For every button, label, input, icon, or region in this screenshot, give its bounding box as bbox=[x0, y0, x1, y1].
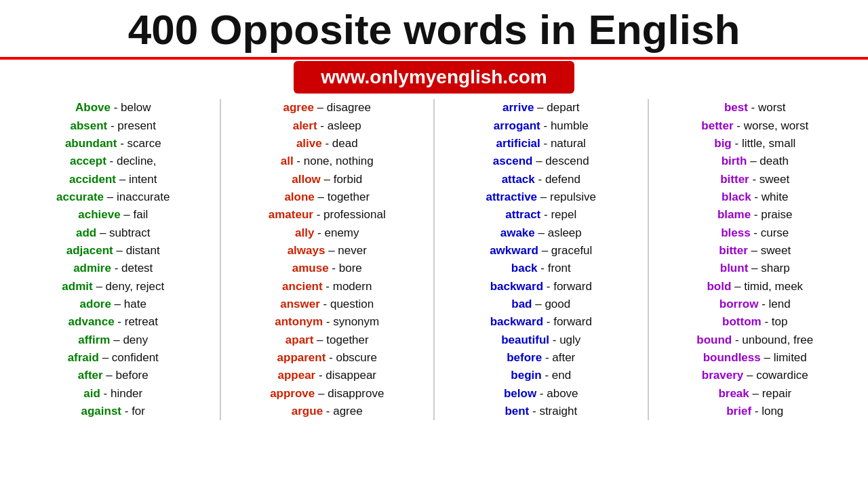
word-value: dead bbox=[332, 137, 358, 150]
word-pair: alone – together bbox=[225, 188, 430, 206]
word-key: bitter bbox=[719, 244, 748, 257]
word-key: blunt bbox=[720, 262, 749, 274]
word-pair: appear - disappear bbox=[225, 367, 430, 384]
word-pair: boundless – limited bbox=[653, 349, 858, 367]
word-pair: blunt – sharp bbox=[653, 260, 858, 277]
word-separator: - bbox=[111, 101, 121, 114]
word-pair: affirm – deny bbox=[11, 331, 216, 349]
word-pair: admire - detest bbox=[11, 260, 216, 277]
word-key: best bbox=[724, 101, 748, 114]
word-pair: apart – together bbox=[225, 331, 430, 349]
word-separator: – bbox=[121, 208, 134, 221]
word-value: sweet bbox=[760, 173, 789, 186]
word-key: arrogant bbox=[494, 119, 540, 132]
word-key: all bbox=[281, 155, 294, 167]
word-value: fail bbox=[134, 208, 149, 221]
word-separator: – bbox=[111, 298, 124, 310]
word-value: sweet bbox=[761, 244, 791, 257]
word-pair: best - worst bbox=[653, 99, 858, 117]
word-value: distant bbox=[126, 244, 160, 257]
word-key: admit bbox=[62, 280, 92, 293]
word-separator: – bbox=[761, 351, 774, 364]
column-4: best - worstbetter - worse, worstbig - l… bbox=[649, 99, 862, 420]
column-2: agree – disagreealert - asleepalive - de… bbox=[221, 99, 435, 420]
word-pair: admit – deny, reject bbox=[11, 278, 216, 296]
word-pair: argue - agree bbox=[225, 403, 430, 420]
word-key: birth bbox=[722, 155, 747, 167]
word-key: beautiful bbox=[501, 333, 549, 346]
url-banner: www.onlymyenglish.com bbox=[294, 61, 574, 94]
word-key: awake bbox=[500, 226, 535, 239]
word-value: disappear bbox=[326, 369, 376, 382]
word-pair: big - little, small bbox=[653, 135, 858, 152]
url-text: www.onlymyenglish.com bbox=[321, 66, 547, 87]
word-pair: afraid – confident bbox=[11, 349, 216, 367]
word-value: decline, bbox=[117, 155, 157, 167]
word-key: approve bbox=[270, 387, 315, 400]
word-value: below bbox=[121, 101, 151, 114]
word-value: enemy bbox=[324, 226, 359, 239]
word-pair: all - none, nothing bbox=[225, 152, 430, 170]
word-pair: artificial - natural bbox=[439, 135, 644, 152]
word-value: obscure bbox=[336, 351, 376, 364]
word-key: aid bbox=[83, 387, 100, 400]
word-value: unbound, free bbox=[742, 333, 813, 346]
word-key: appear bbox=[277, 369, 315, 382]
word-key: accept bbox=[70, 155, 106, 167]
word-separator: - bbox=[106, 155, 117, 167]
word-separator: – bbox=[103, 369, 116, 382]
word-value: inaccurate bbox=[117, 190, 170, 203]
word-separator: - bbox=[314, 226, 324, 239]
word-separator: - bbox=[107, 119, 117, 132]
word-key: ancient bbox=[282, 280, 323, 293]
word-value: question bbox=[330, 298, 374, 310]
word-value: lend bbox=[769, 298, 791, 310]
word-separator: - bbox=[732, 333, 742, 346]
word-pair: after – before bbox=[11, 367, 216, 384]
word-separator: - bbox=[542, 369, 552, 382]
word-separator: - bbox=[535, 173, 545, 186]
word-value: front bbox=[548, 262, 571, 274]
word-value: synonym bbox=[333, 315, 379, 328]
word-value: natural bbox=[551, 137, 586, 150]
word-key: alive bbox=[296, 137, 322, 150]
word-pair: black - white bbox=[653, 188, 858, 206]
word-pair: before - after bbox=[439, 349, 644, 367]
word-pair: antonym - synonym bbox=[225, 313, 430, 331]
word-pair: backward - forward bbox=[439, 313, 644, 331]
word-separator: - bbox=[111, 262, 121, 274]
word-pair: against - for bbox=[11, 403, 216, 420]
word-separator: - bbox=[320, 298, 330, 310]
word-pair: alive - dead bbox=[225, 135, 430, 152]
word-key: always bbox=[288, 244, 326, 257]
word-pair: ally - enemy bbox=[225, 224, 430, 242]
word-separator: - bbox=[540, 119, 551, 132]
word-value: subtract bbox=[109, 226, 150, 239]
word-key: break bbox=[718, 387, 749, 400]
word-value: disapprove bbox=[328, 387, 384, 400]
word-separator: - bbox=[529, 405, 539, 418]
word-separator: - bbox=[543, 280, 553, 293]
word-separator: - bbox=[543, 315, 553, 328]
word-separator: – bbox=[532, 155, 545, 167]
word-columns: Above - belowabsent - presentabundant - … bbox=[0, 96, 868, 420]
word-pair: allow – forbid bbox=[225, 171, 430, 188]
word-value: professional bbox=[323, 208, 386, 221]
word-value: agree bbox=[333, 405, 362, 418]
word-key: artificial bbox=[496, 137, 540, 150]
word-value: praise bbox=[761, 208, 792, 221]
word-pair: approve – disapprove bbox=[225, 385, 430, 403]
word-pair: amateur - professional bbox=[225, 206, 430, 224]
word-separator: – bbox=[535, 226, 548, 239]
word-value: good bbox=[545, 298, 570, 310]
word-separator: – bbox=[315, 190, 328, 203]
word-key: argue bbox=[292, 405, 323, 418]
word-pair: alert - asleep bbox=[225, 117, 430, 135]
word-separator: - bbox=[540, 208, 551, 221]
word-pair: brief - long bbox=[653, 403, 858, 420]
word-key: against bbox=[81, 405, 122, 418]
word-separator: - bbox=[294, 155, 304, 167]
word-separator: – bbox=[534, 101, 547, 114]
word-value: white bbox=[762, 190, 789, 203]
word-key: back bbox=[511, 262, 538, 274]
